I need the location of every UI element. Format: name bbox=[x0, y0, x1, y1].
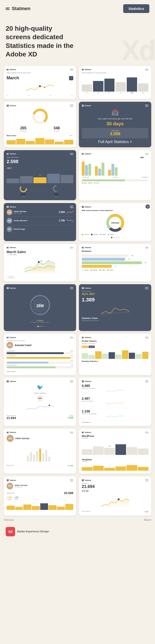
twitter-menu[interactable] bbox=[70, 380, 73, 382]
card11-nav[interactable]: ‹ › bbox=[6, 325, 73, 328]
card11-logo: Statmen bbox=[6, 287, 16, 289]
stat2-menu[interactable] bbox=[145, 479, 149, 481]
card5-menu[interactable] bbox=[70, 153, 73, 155]
person1-name: Adam Garsiya bbox=[14, 210, 57, 212]
watermark: Xd bbox=[121, 36, 155, 64]
card5-title: New Members bbox=[6, 156, 73, 158]
card4-link[interactable]: Full April Statistics > bbox=[82, 140, 149, 144]
svg-text:26M: 26M bbox=[36, 304, 44, 308]
card8-logo: Statmen bbox=[82, 206, 91, 208]
svg-point-16 bbox=[38, 261, 40, 263]
templates-label: Templates bbox=[20, 130, 26, 132]
card9-subtitle: + 1.259 Sales bbox=[6, 254, 73, 256]
card-browsers-hbar: Statmen Browsers 58 57 81 bbox=[79, 244, 151, 282]
twitter-card: Statmen 🐦 Twitter Statistics 9.9 Total F… bbox=[4, 378, 76, 426]
adam-chart bbox=[6, 444, 73, 463]
stat2-logo: Statmen bbox=[82, 480, 91, 481]
card12-logo: Statmen bbox=[82, 287, 91, 289]
adam-delta: +2.389 bbox=[67, 464, 73, 467]
svg-point-0 bbox=[39, 85, 41, 87]
card13-progress-bars: WORDPRESS86% ILLUSTRATOR96% 63% DREAMWEA… bbox=[6, 350, 73, 368]
logo: Statmen bbox=[6, 6, 30, 11]
wp-templates-sub: 197 Total bbox=[82, 461, 149, 462]
card2-subtitle: Sales statistics for the last month bbox=[82, 72, 149, 74]
sub-count: 25.598 bbox=[64, 491, 73, 495]
card5-tag[interactable]: April > bbox=[6, 167, 12, 169]
card14-pvbars bbox=[82, 350, 149, 359]
yellow-label: YELLOW bbox=[113, 176, 118, 178]
statsnum-link[interactable]: Full Statistics > bbox=[82, 420, 149, 423]
card13-subtitle: Used information from Report bbox=[6, 340, 73, 341]
card11-menu[interactable] bbox=[70, 287, 73, 289]
card-april-stats: Statmen Month Projects April, 2017 1.389… bbox=[79, 284, 151, 331]
march-sales-next[interactable]: April > bbox=[69, 135, 73, 136]
today-num: +138 bbox=[67, 416, 73, 419]
statistics-button[interactable]: Statistics bbox=[123, 4, 149, 13]
card7-logo: Statmen bbox=[6, 206, 16, 208]
card-new-members: Statmen New Members 2.598 April > 75 65%… bbox=[4, 150, 76, 200]
col-label: COLLBORON bbox=[82, 176, 89, 178]
person1-id: 156, 456 434 bbox=[14, 212, 57, 214]
card10-menu[interactable] bbox=[145, 247, 149, 249]
card9-logo: Statmen bbox=[6, 247, 16, 248]
svg-rect-30 bbox=[33, 454, 35, 462]
svg-rect-34 bbox=[45, 450, 47, 462]
sub-menu[interactable] bbox=[70, 479, 73, 481]
february-label: February bbox=[4, 518, 14, 521]
female-label: Female bbox=[53, 196, 60, 197]
card1-subtitle: Sales statistics for the last month bbox=[6, 72, 73, 74]
card8-badge: 54 bbox=[146, 204, 150, 209]
card13-menu[interactable] bbox=[70, 337, 73, 339]
card5-bars: 75 bbox=[6, 172, 73, 183]
svg-rect-33 bbox=[42, 453, 44, 462]
card3-menu[interactable] bbox=[70, 104, 73, 107]
wp-templates-bars: 19 bbox=[82, 464, 149, 471]
card11-circle: ● 26M bbox=[6, 290, 73, 320]
svg-text:Chrome: Chrome bbox=[111, 222, 119, 224]
card12-views-title: Statistics Views bbox=[82, 317, 149, 320]
card7-menu[interactable] bbox=[70, 206, 73, 208]
card6-logo: Statmen bbox=[82, 153, 91, 155]
card2-menu[interactable] bbox=[145, 69, 149, 71]
card-grouped-bars: Statmen 195 COLLBOR bbox=[79, 150, 151, 200]
sub-bars bbox=[6, 502, 73, 510]
card4-stat-label: 148 Sales bbox=[84, 130, 147, 132]
card6-menu[interactable] bbox=[145, 153, 149, 155]
card2-logo: Statmen bbox=[82, 69, 91, 70]
svg-point-24 bbox=[49, 404, 50, 406]
subscribers-section: Statmen AG Adam Garsiya 156, 456 434 Sub… bbox=[0, 476, 155, 518]
statsnum-row3: 1.156 Daily from Social Media bbox=[82, 409, 149, 419]
wp-menu[interactable] bbox=[145, 432, 149, 434]
twitter-section: Statmen 🐦 Twitter Statistics 9.9 Total F… bbox=[0, 378, 155, 429]
card9-menu[interactable] bbox=[70, 247, 73, 249]
card11-sales-sub: Statistics for sale March 25th bbox=[6, 322, 73, 323]
card6-grouped-bars bbox=[82, 159, 149, 176]
person2-stat: 1.785 bbox=[59, 219, 65, 222]
person3-avatar: DF bbox=[6, 226, 12, 232]
statsnum-menu[interactable] bbox=[145, 380, 149, 382]
card5-num: 2.598 bbox=[6, 159, 73, 164]
adam-menu[interactable] bbox=[70, 432, 73, 434]
card13-profile-link[interactable]: Author Profile > bbox=[6, 370, 73, 372]
wp-subtitle: 248 Sales bbox=[82, 438, 149, 439]
card-26m: Statmen ● 26M $Sales Statistics for sale… bbox=[4, 284, 76, 331]
card8-question: With some browsers come anymore? bbox=[82, 210, 149, 212]
card2-bar-chart: Jan Feb Mar Apr April May bbox=[82, 74, 149, 94]
card12-menu[interactable] bbox=[145, 287, 149, 289]
card-browser-donut: Statmen With some browsers come anymore?… bbox=[79, 203, 151, 241]
card8-dots[interactable] bbox=[82, 237, 149, 238]
march-sales-label: March Sales bbox=[6, 135, 16, 136]
svg-rect-28 bbox=[27, 456, 29, 462]
march-nav-arrow[interactable]: › bbox=[69, 76, 73, 80]
card9-month-btn[interactable]: February bbox=[6, 276, 15, 278]
card14-menu[interactable] bbox=[145, 337, 149, 339]
card1-menu[interactable] bbox=[70, 69, 73, 71]
person3-name: David Fringe bbox=[14, 228, 73, 230]
card14-monthly: Monthly Statistics bbox=[82, 360, 149, 362]
card14-sub: Statistics from Report bbox=[82, 343, 149, 344]
card14-title: Profile Visitors bbox=[82, 340, 149, 342]
graphics-num: 348 bbox=[53, 126, 60, 130]
card13-avatar: AC bbox=[6, 342, 13, 348]
card4-menu[interactable] bbox=[145, 104, 149, 107]
twitter-bird-icon: 🐦 bbox=[6, 384, 73, 390]
